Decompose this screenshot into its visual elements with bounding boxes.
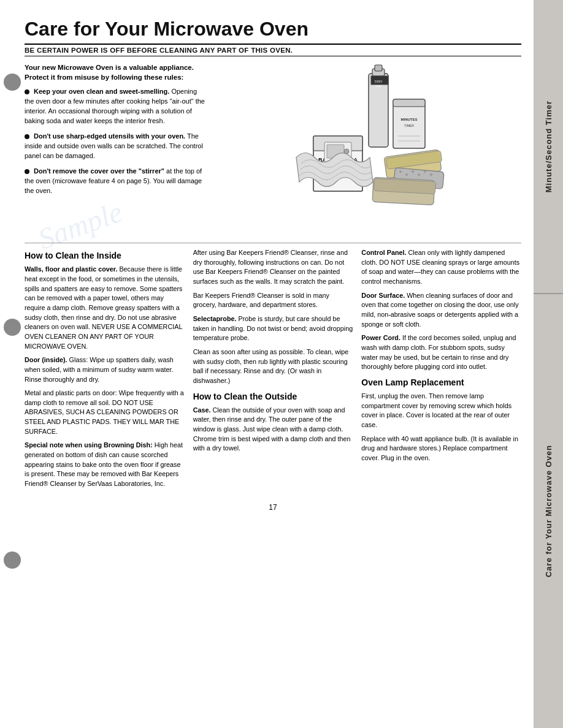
left-icon-3 bbox=[4, 552, 21, 569]
col3-bold-3: Power Cord. bbox=[361, 334, 400, 341]
col1-para-3: Metal and plastic parts on door: Wipe fr… bbox=[25, 389, 185, 436]
svg-text:MINUTES: MINUTES bbox=[400, 118, 417, 121]
warning-text: BE CERTAIN POWER IS OFF BEFORE CLEANING … bbox=[25, 44, 521, 56]
svg-point-22 bbox=[405, 173, 408, 176]
sponges bbox=[372, 150, 444, 205]
col1-para-2: Door (inside). Glass: Wipe up spatters d… bbox=[25, 355, 185, 384]
col2-para-3: Selectaprobe. Probe is sturdy, but care … bbox=[193, 314, 353, 343]
col-outside: After using Bar Keepers Friend® Cleanser… bbox=[193, 248, 353, 493]
col2-bold-5: Case. bbox=[193, 406, 211, 414]
intro-section: Your new Microwave Oven is a valuable ap… bbox=[25, 63, 205, 234]
side-tab-bottom: Care for Your Microwave Oven bbox=[534, 294, 563, 728]
page-wrapper: Care for Your Microwave Oven BE CERTAIN … bbox=[0, 0, 563, 728]
bullet-dot-1 bbox=[25, 89, 29, 94]
col1-bold-4: Special note when using Browning Dish: bbox=[25, 441, 153, 449]
soap-bottle: DISH SOAP bbox=[369, 65, 388, 147]
oven-illustration-container: DISH SOAP MINUTES TIMER bbox=[212, 63, 521, 234]
col2-bold-3: Selectaprobe. bbox=[193, 315, 237, 322]
bullet-2-bold: Don't use sharp-edged utensils with your… bbox=[34, 132, 185, 140]
left-icon-1 bbox=[4, 74, 21, 91]
col2-para-4: Clean as soon after using as possible. T… bbox=[193, 347, 353, 386]
svg-text:DISH: DISH bbox=[375, 80, 382, 83]
bullet-2: Don't use sharp-edged utensils with your… bbox=[25, 132, 205, 161]
col2-para-2: Bar Keepers Friend® Cleanser is sold in … bbox=[193, 291, 353, 310]
glass-container: MINUTES TIMER bbox=[393, 99, 425, 148]
bullet-dot-3 bbox=[25, 169, 29, 174]
col2-heading: How to Clean the Outside bbox=[193, 390, 353, 403]
col1-bold-1: Walls, floor and plastic cover. bbox=[25, 265, 117, 273]
svg-point-24 bbox=[418, 173, 420, 176]
side-tab-bottom-label: Care for Your Microwave Oven bbox=[544, 445, 553, 577]
main-content-columns: How to Clean the Inside Walls, floor and… bbox=[25, 248, 521, 493]
circle-decoration-1 bbox=[4, 74, 21, 91]
col-other: Control Panel. Clean only with lightly d… bbox=[361, 248, 521, 493]
svg-point-21 bbox=[399, 170, 402, 173]
col3-para-2: Door Surface. When cleaning surfaces of … bbox=[361, 291, 521, 330]
svg-text:TIMER: TIMER bbox=[404, 124, 414, 127]
left-icon-2 bbox=[4, 319, 21, 336]
section-divider bbox=[25, 243, 521, 243]
col1-bold-2: Door (inside). bbox=[25, 356, 67, 363]
col2-para-5: Case. Clean the outside of your oven wit… bbox=[193, 406, 353, 453]
bullet-1-bold: Keep your oven clean and sweet-smelling. bbox=[34, 88, 169, 95]
col3-bold-1: Control Panel. bbox=[361, 249, 406, 256]
col3-bold-2: Door Surface. bbox=[361, 292, 405, 299]
svg-point-26 bbox=[430, 173, 432, 176]
col1-para-4: Special note when using Browning Dish: H… bbox=[25, 441, 185, 488]
col1-para-1: Walls, floor and plastic cover. Because … bbox=[25, 265, 185, 351]
side-tab-top: Minute/Second Timer bbox=[534, 0, 563, 294]
col3-para-4: First, unplug the oven. Then remove lamp… bbox=[361, 392, 521, 430]
svg-text:SOAP: SOAP bbox=[375, 85, 381, 88]
col3-heading: Oven Lamp Replacement bbox=[361, 376, 521, 389]
intro-text: Your new Microwave Oven is a valuable ap… bbox=[25, 63, 205, 82]
bullet-3: Don't remove the cover over the "stirrer… bbox=[25, 167, 205, 196]
bullet-dot-2 bbox=[25, 134, 29, 139]
bullet-3-bold: Don't remove the cover over the "stirrer… bbox=[34, 167, 164, 175]
svg-rect-2 bbox=[375, 65, 382, 71]
side-tab-top-label: Minute/Second Timer bbox=[544, 100, 553, 192]
col1-heading: How to Clean the Inside bbox=[25, 249, 185, 262]
main-page: Care for Your Microwave Oven BE CERTAIN … bbox=[0, 0, 534, 728]
col3-para-5: Replace with 40 watt appliance bulb. (It… bbox=[361, 434, 521, 463]
col-inside: How to Clean the Inside Walls, floor and… bbox=[25, 248, 185, 493]
col2-para-1: After using Bar Keepers Friend® Cleanser… bbox=[193, 248, 353, 287]
bullet-1: Keep your oven clean and sweet-smelling.… bbox=[25, 87, 205, 126]
top-section: Your new Microwave Oven is a valuable ap… bbox=[25, 63, 521, 234]
svg-point-25 bbox=[424, 170, 426, 173]
col3-para-3: Power Cord. If the cord becomes soiled, … bbox=[361, 333, 521, 372]
oven-illustration-svg: DISH SOAP MINUTES TIMER bbox=[278, 63, 456, 234]
svg-rect-7 bbox=[393, 99, 425, 107]
side-tabs: Minute/Second Timer Care for Your Microw… bbox=[534, 0, 563, 728]
circle-decoration-2 bbox=[4, 319, 21, 336]
page-title: Care for Your Microwave Oven bbox=[25, 18, 521, 40]
svg-point-23 bbox=[412, 170, 414, 173]
page-number: 17 bbox=[25, 503, 521, 512]
col3-para-1: Control Panel. Clean only with lightly d… bbox=[361, 248, 521, 287]
circle-decoration-3 bbox=[4, 552, 21, 569]
